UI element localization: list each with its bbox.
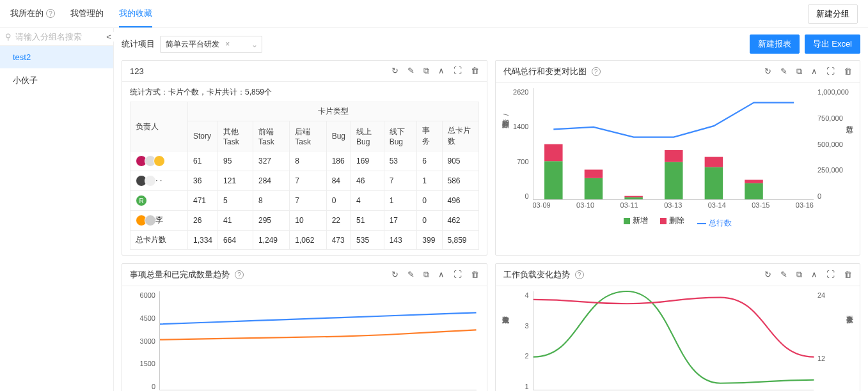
copy-icon[interactable]: ⧉ — [796, 66, 802, 77]
svg-rect-8 — [704, 167, 723, 199]
edit-icon[interactable]: ✎ — [780, 66, 787, 77]
refresh-icon[interactable]: ↻ — [764, 270, 771, 280]
collapse-icon[interactable]: ∧ — [811, 66, 817, 77]
svg-rect-0 — [544, 161, 563, 199]
table-row: · ·361212847844671586 — [130, 171, 479, 191]
svg-rect-7 — [664, 150, 683, 162]
collapse-icon[interactable]: ∧ — [438, 270, 445, 280]
col-header: Bug — [326, 121, 351, 151]
tab-my-in[interactable]: 我所在的 ? — [10, 0, 55, 27]
legend-add: 新增 — [633, 215, 648, 226]
svg-rect-2 — [584, 178, 603, 199]
col-header: 其他Task — [218, 121, 253, 151]
delete-icon[interactable]: 🗑 — [844, 270, 852, 280]
svg-rect-4 — [624, 197, 643, 199]
sidebar-item[interactable]: test2 — [0, 46, 113, 68]
project-tag-text: 简单云平台研发 — [166, 40, 219, 49]
panel-title: 事项总量和已完成数量趋势 — [130, 269, 230, 280]
refresh-icon[interactable]: ↻ — [391, 66, 398, 76]
panel-workload: 工作负载变化趋势 ? ↻ ✎ ⧉ ∧ ⛶ 🗑 未完成卡片数 — [495, 263, 861, 391]
table-row-total: 总卡片数1,3346641,2491,0624735351433995,859 — [130, 231, 479, 250]
tab-label: 我所在的 — [10, 8, 43, 19]
delete-icon[interactable]: 🗑 — [471, 270, 479, 280]
tab-label: 我管理的 — [70, 8, 104, 19]
main-tabs: 我所在的 ? 我管理的 我的收藏 — [10, 0, 152, 27]
chart-code-lines: 新增/删除行 总行数 262014007000 1,000,000750,000… — [503, 88, 853, 213]
copy-icon[interactable]: ⧉ — [796, 270, 802, 280]
panel-title: 代码总行和变更对比图 — [503, 66, 587, 77]
panel-title: 工作负载变化趋势 — [503, 269, 570, 280]
col-header: 总卡片数 — [442, 121, 478, 151]
chart-workload: 未完成卡片数 卡片变更数 4321 2412 2023-03-132023-03… — [503, 291, 853, 391]
fullscreen-icon[interactable]: ⛶ — [454, 66, 462, 76]
svg-rect-10 — [745, 183, 763, 199]
card-stats-table: 负责人 卡片类型 Story其他Task前端Task后端TaskBug线上Bug… — [130, 102, 479, 250]
avatar: R — [136, 195, 147, 206]
help-icon[interactable]: ? — [235, 270, 244, 279]
remove-tag-icon[interactable]: × — [225, 40, 230, 49]
svg-rect-6 — [664, 162, 683, 199]
refresh-icon[interactable]: ↻ — [764, 66, 771, 77]
export-excel-button[interactable]: 导出 Excel — [805, 34, 860, 54]
chart-item-trend: 60004500300015000 2023-01-032023-01-1320… — [130, 291, 479, 391]
stat-project-label: 统计项目 — [122, 38, 155, 50]
fullscreen-icon[interactable]: ⛶ — [826, 66, 835, 77]
project-select[interactable]: 简单云平台研发 × ⌄ — [160, 36, 262, 53]
collapse-sidebar-icon[interactable]: < — [104, 32, 114, 42]
panel-title: 123 — [130, 66, 144, 76]
copy-icon[interactable]: ⧉ — [423, 270, 429, 280]
legend-del: 删除 — [669, 215, 684, 226]
help-icon[interactable]: ? — [575, 270, 584, 279]
col-header: 后端Task — [290, 121, 326, 151]
col-header: 线上Bug — [351, 121, 384, 151]
table-row: 61953278186169536905 — [130, 151, 479, 171]
copy-icon[interactable]: ⧉ — [423, 66, 429, 76]
sidebar: ⚲ < test2小伙子 — [0, 28, 114, 391]
tab-label: 我的收藏 — [119, 8, 152, 19]
svg-rect-3 — [584, 170, 603, 178]
panel-actions: ↻ ✎ ⧉ ∧ ⛶ 🗑 — [391, 66, 479, 76]
collapse-icon[interactable]: ∧ — [811, 270, 817, 280]
edit-icon[interactable]: ✎ — [407, 66, 414, 76]
panel-item-trend: 事项总量和已完成数量趋势 ? ↻ ✎ ⧉ ∧ ⛶ 🗑 6000450030001… — [122, 263, 487, 391]
help-icon[interactable]: ? — [46, 9, 55, 18]
sidebar-search[interactable]: ⚲ < — [0, 28, 113, 46]
edit-icon[interactable]: ✎ — [780, 270, 787, 280]
col-header: 事务 — [417, 121, 442, 151]
fullscreen-icon[interactable]: ⛶ — [454, 270, 462, 280]
col-owner: 负责人 — [130, 102, 188, 151]
fullscreen-icon[interactable]: ⛶ — [826, 270, 835, 280]
new-group-button[interactable]: 新建分组 — [808, 4, 858, 24]
col-header: 前端Task — [253, 121, 289, 151]
legend-total: 总行数 — [709, 218, 732, 229]
help-icon[interactable]: ? — [592, 67, 601, 76]
delete-icon[interactable]: 🗑 — [844, 66, 852, 77]
stat-summary: 统计方式：卡片个数，卡片共计：5,859个 — [130, 87, 479, 98]
delete-icon[interactable]: 🗑 — [471, 66, 479, 76]
panel-code-lines: 代码总行和变更对比图 ? ↻ ✎ ⧉ ∧ ⛶ 🗑 新增/删除行 — [495, 60, 861, 256]
refresh-icon[interactable]: ↻ — [391, 270, 398, 280]
chevron-down-icon[interactable]: ⌄ — [251, 40, 258, 49]
table-row: 李2641295102251170462 — [130, 211, 479, 231]
panel-card-stats: 123 ↻ ✎ ⧉ ∧ ⛶ 🗑 统计方式：卡片个数，卡片共计：5,859个 — [122, 60, 487, 256]
collapse-icon[interactable]: ∧ — [438, 66, 445, 76]
col-header: Story — [188, 121, 218, 151]
svg-rect-9 — [704, 157, 723, 167]
svg-rect-11 — [745, 180, 763, 183]
new-report-button[interactable]: 新建报表 — [750, 34, 800, 54]
tab-my-manage[interactable]: 我管理的 — [70, 0, 104, 27]
edit-icon[interactable]: ✎ — [407, 270, 414, 280]
col-header: 线下Bug — [384, 121, 417, 151]
svg-rect-1 — [544, 144, 563, 162]
search-icon: ⚲ — [5, 32, 12, 42]
col-group-type: 卡片类型 — [188, 102, 479, 121]
table-row: R4715870410496 — [130, 191, 479, 211]
sidebar-item[interactable]: 小伙子 — [0, 68, 113, 93]
tab-my-fav[interactable]: 我的收藏 — [119, 0, 152, 27]
avatar — [154, 155, 165, 167]
svg-rect-5 — [624, 196, 643, 197]
